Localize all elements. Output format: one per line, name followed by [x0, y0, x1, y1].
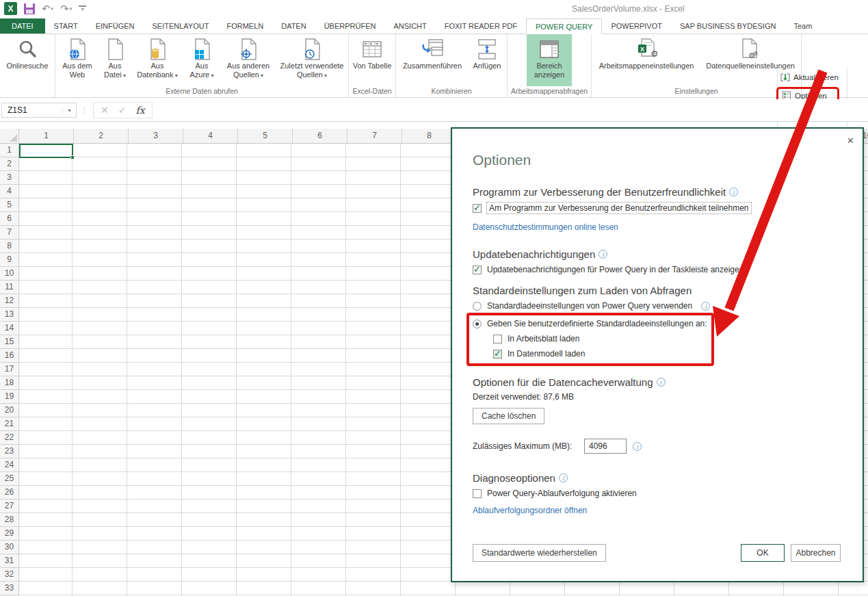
- row-header[interactable]: 8: [0, 239, 18, 253]
- row-header[interactable]: 29: [0, 527, 18, 541]
- row-header[interactable]: 5: [0, 198, 18, 212]
- row-header[interactable]: 25: [0, 472, 18, 486]
- insert-function-icon[interactable]: fx: [135, 105, 144, 116]
- usability-checkbox-row[interactable]: Am Programm zur Verbesserung der Benutze…: [473, 203, 842, 213]
- undo-button[interactable]: ↶▾: [42, 3, 53, 15]
- ok-button[interactable]: OK: [741, 544, 785, 562]
- tab-power-query[interactable]: POWER QUERY: [526, 18, 603, 34]
- row-header[interactable]: 30: [0, 541, 18, 554]
- cancel-button[interactable]: Abbrechen: [791, 544, 841, 562]
- row-header[interactable]: 17: [0, 363, 18, 376]
- column-header[interactable]: 3: [129, 129, 183, 143]
- row-header[interactable]: 20: [0, 404, 18, 417]
- redo-button[interactable]: ↷▾: [60, 3, 72, 15]
- privacy-link[interactable]: Datenschutzbestimmungen online lesen: [473, 222, 842, 232]
- trace-folder-link[interactable]: Ablaufverfolgungsordner öffnen: [473, 506, 842, 515]
- name-box[interactable]: Z1S1 ▾: [1, 103, 77, 118]
- tab-ansicht[interactable]: ANSICHT: [384, 18, 435, 34]
- radio-selected[interactable]: [473, 320, 482, 328]
- selected-cell[interactable]: [19, 144, 73, 158]
- column-header[interactable]: 8: [402, 129, 457, 143]
- from-web-button[interactable]: Aus dem Web: [56, 34, 98, 86]
- row-header[interactable]: 12: [0, 294, 18, 308]
- row-header[interactable]: 22: [0, 431, 18, 445]
- row-header[interactable]: 10: [0, 267, 18, 281]
- custom-load-radio-row[interactable]: Geben Sie benutzerdefinierte Standardlad…: [473, 319, 707, 328]
- clear-cache-button[interactable]: Cache löschen: [473, 408, 544, 424]
- tab-ueberpruefen[interactable]: ÜBERPRÜFEN: [315, 18, 385, 34]
- close-icon[interactable]: ✕: [847, 135, 854, 146]
- tab-sap-business-bydesign[interactable]: SAP BUSINESS BYDESIGN: [671, 18, 785, 34]
- updates-checkbox-row[interactable]: Updatebenachrichtigungen für Power Query…: [473, 265, 842, 274]
- checkbox-checked[interactable]: [473, 265, 482, 274]
- from-other-sources-button[interactable]: Aus anderen Quellen: [220, 34, 276, 86]
- from-azure-button[interactable]: Aus Azure: [183, 34, 220, 86]
- column-header[interactable]: 4: [183, 129, 238, 143]
- from-database-button[interactable]: Aus Datenbank: [131, 34, 183, 86]
- default-load-radio-row[interactable]: Standardladeeinstellungen von Power Quer…: [473, 301, 842, 311]
- show-pane-button[interactable]: Bereich anzeigen: [527, 34, 572, 86]
- row-header[interactable]: 13: [0, 308, 18, 322]
- tab-foxit-reader-pdf[interactable]: FOXIT READER PDF: [436, 18, 526, 34]
- refresh-button[interactable]: Aktualisieren: [780, 73, 847, 82]
- row-header[interactable]: 2: [0, 157, 18, 171]
- save-icon[interactable]: [24, 3, 35, 14]
- append-button[interactable]: Anfügen: [468, 34, 506, 86]
- merge-button[interactable]: Zusammenführen: [397, 34, 468, 86]
- restore-defaults-button[interactable]: Standardwerte wiederherstellen: [473, 544, 606, 562]
- formula-input[interactable]: [153, 102, 868, 118]
- select-all-corner[interactable]: [0, 129, 19, 144]
- row-header[interactable]: 16: [0, 349, 18, 363]
- online-search-button[interactable]: Onlinesuche: [1, 34, 54, 86]
- cancel-entry-icon[interactable]: ✕: [101, 105, 109, 116]
- tab-team[interactable]: Team: [785, 18, 821, 34]
- load-to-worksheet-row[interactable]: In Arbeitsblatt laden: [493, 334, 707, 344]
- row-header[interactable]: 11: [0, 281, 18, 294]
- column-header[interactable]: 6: [293, 129, 347, 143]
- row-header[interactable]: 7: [0, 226, 18, 239]
- recent-sources-button[interactable]: Zuletzt verwendete Quellen: [276, 34, 347, 86]
- row-header[interactable]: 21: [0, 417, 18, 431]
- row-header[interactable]: 15: [0, 335, 18, 349]
- checkbox-checked[interactable]: [493, 350, 502, 359]
- row-header[interactable]: 6: [0, 212, 18, 226]
- tracing-checkbox-row[interactable]: Power Query-Ablaufverfolgung aktivieren: [473, 489, 842, 498]
- row-header[interactable]: 9: [0, 253, 18, 267]
- checkbox-unchecked[interactable]: [493, 335, 502, 344]
- checkbox-checked[interactable]: [473, 204, 482, 213]
- row-headers[interactable]: 1234567891011121314151617181920212223242…: [0, 144, 19, 596]
- row-header[interactable]: 19: [0, 390, 18, 404]
- fill-handle[interactable]: [70, 155, 75, 159]
- row-header[interactable]: 4: [0, 185, 18, 198]
- from-table-button[interactable]: Von Tabelle: [350, 34, 395, 86]
- max-cache-input[interactable]: [584, 439, 627, 454]
- tab-einfuegen[interactable]: EINFÜGEN: [87, 18, 144, 34]
- row-header[interactable]: 14: [0, 322, 18, 335]
- row-header[interactable]: 24: [0, 458, 18, 472]
- row-header[interactable]: 33: [0, 582, 18, 595]
- row-header[interactable]: 28: [0, 513, 18, 527]
- column-header[interactable]: 2: [74, 129, 129, 143]
- row-header[interactable]: 31: [0, 554, 18, 568]
- tab-daten[interactable]: DATEN: [272, 18, 315, 34]
- tab-seitenlayout[interactable]: SEITENLAYOUT: [143, 18, 218, 34]
- row-header[interactable]: 32: [0, 568, 18, 582]
- from-file-button[interactable]: Aus Datei: [98, 34, 131, 86]
- confirm-entry-icon[interactable]: ✓: [118, 105, 127, 116]
- column-header[interactable]: 1: [19, 129, 74, 143]
- row-header[interactable]: 23: [0, 445, 18, 458]
- row-header[interactable]: 1: [0, 144, 18, 157]
- row-header[interactable]: 18: [0, 376, 18, 390]
- radio-unselected[interactable]: [473, 302, 482, 311]
- row-header[interactable]: 26: [0, 486, 18, 500]
- column-header[interactable]: 5: [238, 129, 293, 143]
- tab-datei[interactable]: DATEI: [0, 18, 45, 34]
- tab-powerpivot[interactable]: POWERPIVOT: [602, 18, 671, 34]
- load-to-datamodel-row[interactable]: In Datenmodell laden: [493, 349, 707, 359]
- checkbox-unchecked[interactable]: [473, 489, 482, 498]
- row-header[interactable]: 27: [0, 500, 18, 513]
- row-header[interactable]: 3: [0, 171, 18, 185]
- chevron-down-icon[interactable]: ▾: [62, 107, 76, 114]
- tab-start[interactable]: START: [45, 18, 87, 34]
- tab-formeln[interactable]: FORMELN: [218, 18, 272, 34]
